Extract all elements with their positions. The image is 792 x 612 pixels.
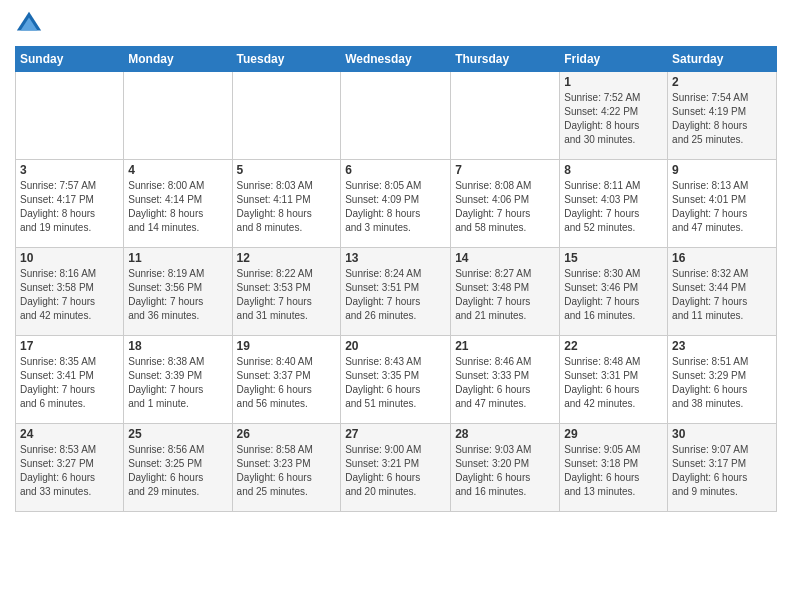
day-number: 30 bbox=[672, 427, 772, 441]
calendar-week-5: 24Sunrise: 8:53 AM Sunset: 3:27 PM Dayli… bbox=[16, 424, 777, 512]
calendar-cell: 14Sunrise: 8:27 AM Sunset: 3:48 PM Dayli… bbox=[451, 248, 560, 336]
day-detail: Sunrise: 8:16 AM Sunset: 3:58 PM Dayligh… bbox=[20, 267, 119, 323]
day-detail: Sunrise: 8:43 AM Sunset: 3:35 PM Dayligh… bbox=[345, 355, 446, 411]
calendar-cell: 20Sunrise: 8:43 AM Sunset: 3:35 PM Dayli… bbox=[341, 336, 451, 424]
day-detail: Sunrise: 8:24 AM Sunset: 3:51 PM Dayligh… bbox=[345, 267, 446, 323]
day-number: 29 bbox=[564, 427, 663, 441]
calendar-header: SundayMondayTuesdayWednesdayThursdayFrid… bbox=[16, 47, 777, 72]
day-number: 25 bbox=[128, 427, 227, 441]
day-detail: Sunrise: 9:03 AM Sunset: 3:20 PM Dayligh… bbox=[455, 443, 555, 499]
page: SundayMondayTuesdayWednesdayThursdayFrid… bbox=[0, 0, 792, 612]
calendar-week-3: 10Sunrise: 8:16 AM Sunset: 3:58 PM Dayli… bbox=[16, 248, 777, 336]
day-number: 17 bbox=[20, 339, 119, 353]
calendar-cell: 7Sunrise: 8:08 AM Sunset: 4:06 PM Daylig… bbox=[451, 160, 560, 248]
day-detail: Sunrise: 8:00 AM Sunset: 4:14 PM Dayligh… bbox=[128, 179, 227, 235]
logo bbox=[15, 10, 47, 38]
calendar-cell: 17Sunrise: 8:35 AM Sunset: 3:41 PM Dayli… bbox=[16, 336, 124, 424]
day-number: 23 bbox=[672, 339, 772, 353]
day-detail: Sunrise: 7:54 AM Sunset: 4:19 PM Dayligh… bbox=[672, 91, 772, 147]
header bbox=[15, 10, 777, 38]
calendar-cell: 13Sunrise: 8:24 AM Sunset: 3:51 PM Dayli… bbox=[341, 248, 451, 336]
day-detail: Sunrise: 8:58 AM Sunset: 3:23 PM Dayligh… bbox=[237, 443, 337, 499]
weekday-header-monday: Monday bbox=[124, 47, 232, 72]
calendar-cell: 19Sunrise: 8:40 AM Sunset: 3:37 PM Dayli… bbox=[232, 336, 341, 424]
day-number: 8 bbox=[564, 163, 663, 177]
day-number: 21 bbox=[455, 339, 555, 353]
day-number: 7 bbox=[455, 163, 555, 177]
calendar-cell bbox=[232, 72, 341, 160]
calendar-week-1: 1Sunrise: 7:52 AM Sunset: 4:22 PM Daylig… bbox=[16, 72, 777, 160]
calendar-cell: 3Sunrise: 7:57 AM Sunset: 4:17 PM Daylig… bbox=[16, 160, 124, 248]
day-detail: Sunrise: 8:32 AM Sunset: 3:44 PM Dayligh… bbox=[672, 267, 772, 323]
day-number: 1 bbox=[564, 75, 663, 89]
day-number: 4 bbox=[128, 163, 227, 177]
day-detail: Sunrise: 8:40 AM Sunset: 3:37 PM Dayligh… bbox=[237, 355, 337, 411]
calendar-cell bbox=[341, 72, 451, 160]
calendar-cell: 29Sunrise: 9:05 AM Sunset: 3:18 PM Dayli… bbox=[560, 424, 668, 512]
day-number: 19 bbox=[237, 339, 337, 353]
day-detail: Sunrise: 8:27 AM Sunset: 3:48 PM Dayligh… bbox=[455, 267, 555, 323]
calendar-cell: 25Sunrise: 8:56 AM Sunset: 3:25 PM Dayli… bbox=[124, 424, 232, 512]
day-detail: Sunrise: 7:57 AM Sunset: 4:17 PM Dayligh… bbox=[20, 179, 119, 235]
calendar-cell: 9Sunrise: 8:13 AM Sunset: 4:01 PM Daylig… bbox=[668, 160, 777, 248]
calendar-cell: 24Sunrise: 8:53 AM Sunset: 3:27 PM Dayli… bbox=[16, 424, 124, 512]
calendar-cell: 15Sunrise: 8:30 AM Sunset: 3:46 PM Dayli… bbox=[560, 248, 668, 336]
logo-icon bbox=[15, 10, 43, 38]
weekday-header-sunday: Sunday bbox=[16, 47, 124, 72]
calendar-cell: 22Sunrise: 8:48 AM Sunset: 3:31 PM Dayli… bbox=[560, 336, 668, 424]
calendar-cell: 21Sunrise: 8:46 AM Sunset: 3:33 PM Dayli… bbox=[451, 336, 560, 424]
calendar-week-4: 17Sunrise: 8:35 AM Sunset: 3:41 PM Dayli… bbox=[16, 336, 777, 424]
weekday-header-wednesday: Wednesday bbox=[341, 47, 451, 72]
weekday-header-friday: Friday bbox=[560, 47, 668, 72]
calendar-cell: 26Sunrise: 8:58 AM Sunset: 3:23 PM Dayli… bbox=[232, 424, 341, 512]
day-detail: Sunrise: 8:48 AM Sunset: 3:31 PM Dayligh… bbox=[564, 355, 663, 411]
day-detail: Sunrise: 8:22 AM Sunset: 3:53 PM Dayligh… bbox=[237, 267, 337, 323]
day-detail: Sunrise: 9:00 AM Sunset: 3:21 PM Dayligh… bbox=[345, 443, 446, 499]
day-detail: Sunrise: 9:07 AM Sunset: 3:17 PM Dayligh… bbox=[672, 443, 772, 499]
day-detail: Sunrise: 8:35 AM Sunset: 3:41 PM Dayligh… bbox=[20, 355, 119, 411]
day-number: 10 bbox=[20, 251, 119, 265]
day-number: 3 bbox=[20, 163, 119, 177]
calendar-cell: 2Sunrise: 7:54 AM Sunset: 4:19 PM Daylig… bbox=[668, 72, 777, 160]
calendar-cell: 4Sunrise: 8:00 AM Sunset: 4:14 PM Daylig… bbox=[124, 160, 232, 248]
day-detail: Sunrise: 8:03 AM Sunset: 4:11 PM Dayligh… bbox=[237, 179, 337, 235]
day-number: 27 bbox=[345, 427, 446, 441]
day-detail: Sunrise: 8:56 AM Sunset: 3:25 PM Dayligh… bbox=[128, 443, 227, 499]
day-number: 13 bbox=[345, 251, 446, 265]
day-detail: Sunrise: 8:46 AM Sunset: 3:33 PM Dayligh… bbox=[455, 355, 555, 411]
calendar-cell bbox=[451, 72, 560, 160]
day-detail: Sunrise: 8:51 AM Sunset: 3:29 PM Dayligh… bbox=[672, 355, 772, 411]
day-number: 6 bbox=[345, 163, 446, 177]
day-detail: Sunrise: 8:19 AM Sunset: 3:56 PM Dayligh… bbox=[128, 267, 227, 323]
day-detail: Sunrise: 8:53 AM Sunset: 3:27 PM Dayligh… bbox=[20, 443, 119, 499]
day-detail: Sunrise: 8:30 AM Sunset: 3:46 PM Dayligh… bbox=[564, 267, 663, 323]
calendar-cell: 5Sunrise: 8:03 AM Sunset: 4:11 PM Daylig… bbox=[232, 160, 341, 248]
calendar-cell: 23Sunrise: 8:51 AM Sunset: 3:29 PM Dayli… bbox=[668, 336, 777, 424]
day-detail: Sunrise: 8:38 AM Sunset: 3:39 PM Dayligh… bbox=[128, 355, 227, 411]
weekday-header-saturday: Saturday bbox=[668, 47, 777, 72]
calendar-cell: 10Sunrise: 8:16 AM Sunset: 3:58 PM Dayli… bbox=[16, 248, 124, 336]
calendar-cell: 28Sunrise: 9:03 AM Sunset: 3:20 PM Dayli… bbox=[451, 424, 560, 512]
day-number: 15 bbox=[564, 251, 663, 265]
calendar-cell: 11Sunrise: 8:19 AM Sunset: 3:56 PM Dayli… bbox=[124, 248, 232, 336]
day-number: 26 bbox=[237, 427, 337, 441]
calendar-cell: 12Sunrise: 8:22 AM Sunset: 3:53 PM Dayli… bbox=[232, 248, 341, 336]
day-number: 9 bbox=[672, 163, 772, 177]
weekday-header-thursday: Thursday bbox=[451, 47, 560, 72]
day-number: 18 bbox=[128, 339, 227, 353]
weekday-header-tuesday: Tuesday bbox=[232, 47, 341, 72]
day-detail: Sunrise: 9:05 AM Sunset: 3:18 PM Dayligh… bbox=[564, 443, 663, 499]
day-detail: Sunrise: 8:05 AM Sunset: 4:09 PM Dayligh… bbox=[345, 179, 446, 235]
calendar-cell: 1Sunrise: 7:52 AM Sunset: 4:22 PM Daylig… bbox=[560, 72, 668, 160]
day-number: 22 bbox=[564, 339, 663, 353]
calendar-cell: 30Sunrise: 9:07 AM Sunset: 3:17 PM Dayli… bbox=[668, 424, 777, 512]
day-detail: Sunrise: 8:08 AM Sunset: 4:06 PM Dayligh… bbox=[455, 179, 555, 235]
day-number: 11 bbox=[128, 251, 227, 265]
day-number: 2 bbox=[672, 75, 772, 89]
calendar-cell: 16Sunrise: 8:32 AM Sunset: 3:44 PM Dayli… bbox=[668, 248, 777, 336]
day-number: 24 bbox=[20, 427, 119, 441]
day-number: 28 bbox=[455, 427, 555, 441]
day-detail: Sunrise: 7:52 AM Sunset: 4:22 PM Dayligh… bbox=[564, 91, 663, 147]
weekday-row: SundayMondayTuesdayWednesdayThursdayFrid… bbox=[16, 47, 777, 72]
day-number: 12 bbox=[237, 251, 337, 265]
